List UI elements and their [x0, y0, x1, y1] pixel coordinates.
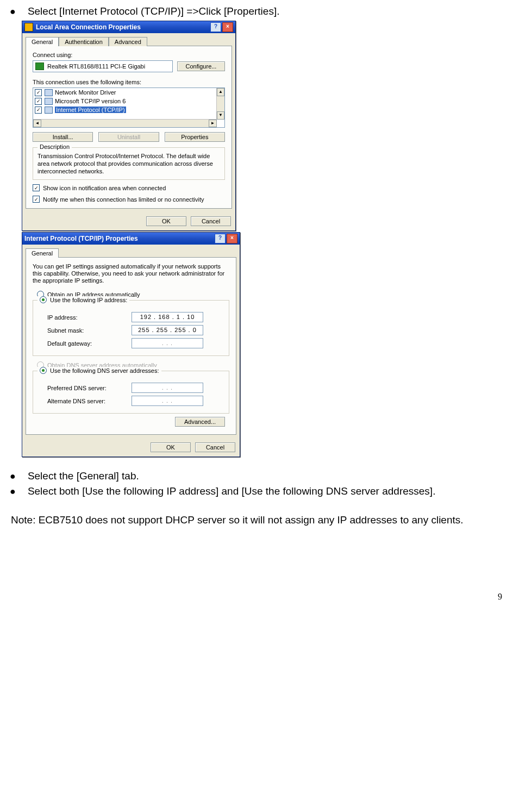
show-icon-option[interactable]: ✓ Show icon in notification area when co…	[33, 184, 225, 191]
scroll-down-icon[interactable]: ▼	[217, 111, 224, 120]
notify-label: Notify me when this connection has limit…	[43, 196, 204, 203]
ip-address-input[interactable]: 192 . 168 . 1 . 10	[132, 312, 203, 322]
ip-address-label: IP address:	[47, 314, 132, 321]
notify-option[interactable]: ✓ Notify me when this connection has lim…	[33, 196, 225, 203]
tcpip-properties-window: Internet Protocol (TCP/IP) Properties ? …	[22, 232, 240, 457]
instruction-text: Select [Internet Protocol (TCP/IP)] =>Cl…	[28, 5, 280, 17]
preferred-dns-label: Preferred DNS server:	[47, 385, 132, 391]
use-ip-legend[interactable]: Use the following IP address:	[37, 296, 129, 303]
adapter-icon	[35, 63, 44, 70]
alternate-dns-label: Alternate DNS server:	[47, 398, 132, 404]
checkbox-icon[interactable]: ✓	[35, 107, 42, 114]
radio-icon[interactable]	[40, 296, 47, 303]
default-gateway-row: Default gateway: . . .	[47, 338, 224, 348]
ok-button[interactable]: OK	[146, 216, 186, 226]
uninstall-button: Uninstall	[98, 132, 159, 142]
tab-authentication[interactable]: Authentication	[59, 37, 109, 46]
close-icon[interactable]: ×	[222, 22, 233, 32]
bullet-icon: ●	[10, 5, 16, 17]
title-bar[interactable]: Local Area Connection Properties ? ×	[22, 21, 235, 33]
checkbox-icon[interactable]: ✓	[33, 196, 40, 203]
intro-text: You can get IP settings assigned automat…	[33, 263, 229, 284]
properties-button[interactable]: Properties	[165, 132, 225, 142]
checkbox-icon[interactable]: ✓	[33, 184, 40, 191]
window-icon	[24, 23, 33, 32]
connect-using-label: Connect using:	[33, 52, 225, 58]
tab-body: You can get IP settings assigned automat…	[26, 257, 236, 435]
dialog-button-row: OK Cancel	[22, 212, 235, 230]
advanced-row: Advanced...	[33, 417, 225, 427]
help-icon[interactable]: ?	[215, 234, 226, 243]
bullet-icon: ●	[10, 485, 16, 497]
subnet-mask-label: Subnet mask:	[47, 327, 132, 334]
radio-icon[interactable]	[40, 367, 47, 374]
alternate-dns-input[interactable]: . . .	[132, 396, 203, 406]
checkbox-icon[interactable]: ✓	[35, 98, 42, 105]
instruction-text: Select the [General] tab.	[28, 470, 139, 482]
instruction-item: ● Select both [Use the following IP addr…	[11, 485, 502, 497]
list-item[interactable]: ✓ Microsoft TCP/IP version 6	[33, 97, 224, 105]
horizontal-scrollbar[interactable]: ◄ ►	[33, 119, 217, 127]
protocol-icon	[45, 89, 53, 96]
adapter-field[interactable]: Realtek RTL8168/8111 PCI-E Gigabi	[33, 60, 173, 72]
default-gateway-label: Default gateway:	[47, 340, 132, 347]
protocol-icon	[45, 98, 53, 105]
subnet-mask-row: Subnet mask: 255 . 255 . 255 . 0	[47, 325, 224, 335]
instruction-item: ● Select the [General] tab.	[11, 470, 502, 482]
checkbox-icon[interactable]: ✓	[35, 89, 42, 96]
use-dns-legend[interactable]: Use the following DNS server addresses:	[37, 367, 161, 374]
default-gateway-input[interactable]: . . .	[132, 338, 203, 348]
description-group: Description Transmission Control Protoco…	[33, 147, 225, 180]
ip-address-row: IP address: 192 . 168 . 1 . 10	[47, 312, 224, 322]
items-label: This connection uses the following items…	[33, 79, 225, 85]
scroll-right-icon[interactable]: ►	[209, 120, 217, 127]
list-item-label: Internet Protocol (TCP/IP)	[55, 107, 126, 113]
tab-body: Connect using: Realtek RTL8168/8111 PCI-…	[26, 46, 232, 209]
bullet-icon: ●	[10, 470, 16, 482]
alternate-dns-row: Alternate DNS server: . . .	[47, 396, 224, 406]
cancel-button[interactable]: Cancel	[195, 442, 235, 452]
list-item-label: Network Monitor Driver	[55, 89, 116, 96]
window-title: Local Area Connection Properties	[36, 23, 141, 31]
preferred-dns-input[interactable]: . . .	[132, 383, 203, 393]
description-text: Transmission Control Protocol/Internet P…	[37, 152, 220, 175]
install-button[interactable]: Install...	[33, 132, 93, 142]
use-ip-label: Use the following IP address:	[50, 297, 127, 303]
protocol-icon	[45, 107, 53, 114]
note-text: Note: ECB7510 does not support DHCP serv…	[11, 514, 502, 527]
item-button-row: Install... Uninstall Properties	[33, 132, 225, 142]
scroll-left-icon[interactable]: ◄	[33, 120, 41, 127]
advanced-button[interactable]: Advanced...	[175, 417, 225, 427]
connection-items-list[interactable]: ✓ Network Monitor Driver ✓ Microsoft TCP…	[33, 88, 225, 128]
list-item-selected[interactable]: ✓ Internet Protocol (TCP/IP)	[33, 105, 224, 114]
vertical-scrollbar[interactable]: ▲ ▼	[216, 88, 224, 120]
instruction-text: Select both [Use the following IP addres…	[28, 485, 436, 497]
cancel-button[interactable]: Cancel	[191, 216, 231, 226]
show-icon-label: Show icon in notification area when conn…	[43, 185, 166, 191]
tab-general[interactable]: General	[26, 37, 59, 46]
tab-general[interactable]: General	[26, 248, 59, 258]
tab-advanced[interactable]: Advanced	[109, 37, 147, 46]
use-ip-group: Use the following IP address: IP address…	[33, 300, 229, 356]
use-dns-group: Use the following DNS server addresses: …	[33, 371, 229, 414]
subnet-mask-input[interactable]: 255 . 255 . 255 . 0	[132, 325, 203, 335]
configure-button[interactable]: Configure...	[177, 61, 225, 71]
help-icon[interactable]: ?	[210, 22, 221, 32]
preferred-dns-row: Preferred DNS server: . . .	[47, 383, 224, 393]
tab-strip: General Authentication Advanced	[22, 33, 235, 46]
list-item[interactable]: ✓ Network Monitor Driver	[33, 88, 224, 97]
adapter-name: Realtek RTL8168/8111 PCI-E Gigabi	[47, 63, 145, 70]
list-item-label: Microsoft TCP/IP version 6	[55, 98, 126, 104]
local-area-connection-properties-window: Local Area Connection Properties ? × Gen…	[22, 21, 236, 231]
close-icon[interactable]: ×	[227, 234, 237, 243]
title-bar[interactable]: Internet Protocol (TCP/IP) Properties ? …	[22, 233, 240, 245]
use-dns-label: Use the following DNS server addresses:	[50, 367, 159, 374]
tab-strip: General	[22, 245, 240, 257]
ok-button[interactable]: OK	[151, 442, 191, 452]
scroll-up-icon[interactable]: ▲	[217, 88, 224, 96]
description-legend: Description	[37, 143, 72, 150]
instruction-item: ● Select [Internet Protocol (TCP/IP)] =>…	[11, 5, 502, 17]
page-number: 9	[11, 592, 502, 602]
dialog-button-row: OK Cancel	[22, 438, 240, 457]
window-title: Internet Protocol (TCP/IP) Properties	[24, 235, 138, 242]
